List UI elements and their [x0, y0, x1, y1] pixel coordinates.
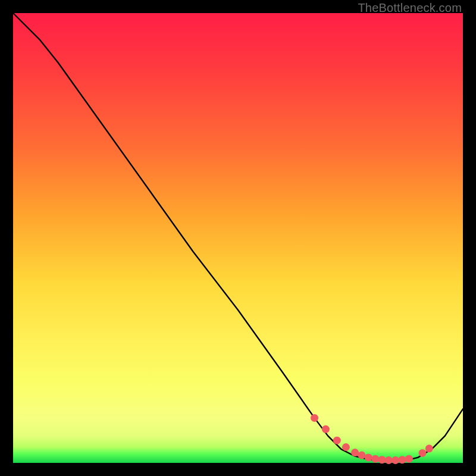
chart-frame: TheBottleneck.com [0, 0, 476, 476]
trough-dot [385, 456, 393, 464]
trough-dot [419, 449, 427, 457]
trough-dot [378, 456, 386, 464]
trough-dot [342, 443, 350, 451]
trough-dot [398, 456, 406, 464]
trough-dot [392, 456, 399, 464]
trough-dot [371, 455, 379, 463]
trough-dot [405, 455, 413, 463]
trough-dots [311, 414, 433, 464]
trough-dot [311, 414, 318, 422]
trough-dot [365, 453, 372, 461]
bottleneck-curve [13, 13, 463, 461]
trough-dot [425, 444, 433, 452]
trough-dot [358, 452, 365, 459]
watermark-text: TheBottleneck.com [358, 1, 462, 15]
trough-dot [351, 449, 359, 456]
chart-svg [13, 13, 463, 463]
trough-dot [322, 425, 330, 433]
trough-dot [333, 437, 341, 444]
